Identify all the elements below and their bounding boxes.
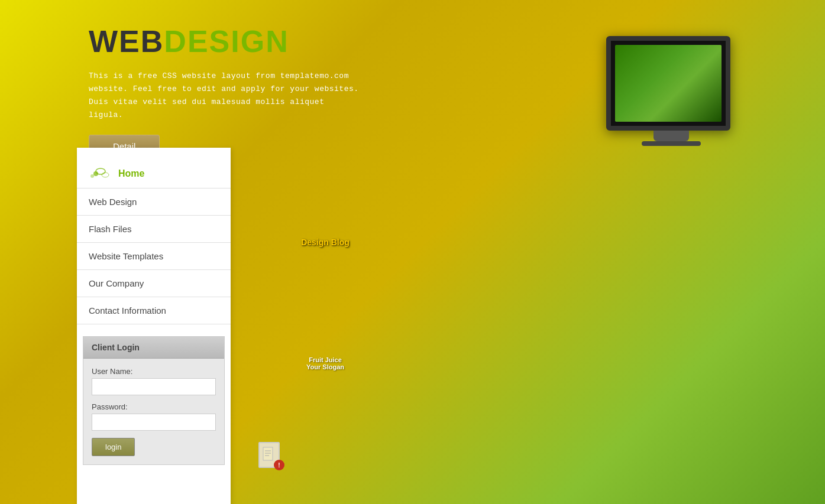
home-floral-icon <box>89 167 112 181</box>
sidebar-item-flashfiles[interactable]: Flash Files <box>77 216 231 243</box>
site-title: WEBDESIGN <box>89 24 583 59</box>
why-us-icon: ! <box>254 440 284 470</box>
nav-flashfiles-label: Flash Files <box>89 224 132 234</box>
client-login-body: User Name: Password: login <box>83 359 224 464</box>
title-part1: WEB <box>89 24 164 58</box>
monitor-stand <box>653 131 689 141</box>
monitor-display <box>606 36 730 131</box>
thumb-fruit-juice: Fruit Juice Your Slogan <box>255 320 395 407</box>
nav-webdesign-label: Web Design <box>89 197 137 207</box>
thumb2-label: Fruit Juice Your Slogan <box>306 356 344 370</box>
password-label: Password: <box>92 402 216 411</box>
alert-badge: ! <box>274 460 284 470</box>
svg-point-17 <box>102 173 109 177</box>
sidebar-item-ourcompany[interactable]: Our Company <box>77 270 231 297</box>
main-wrapper: Home Web Design Flash Files Website Temp… <box>0 154 825 504</box>
home-label: Home <box>118 168 144 179</box>
client-login-header: Client Login <box>83 337 224 359</box>
nav-contactinfo-label: Contact Information <box>89 305 166 316</box>
sidebar-item-webdesign[interactable]: Web Design <box>77 188 231 216</box>
svg-point-16 <box>96 168 105 174</box>
document-icon <box>262 447 276 463</box>
svg-rect-19 <box>263 447 273 460</box>
sidebar-item-contactinfo[interactable]: Contact Information <box>77 297 231 324</box>
monitor-base <box>642 141 701 146</box>
thumb1-label: Design Blog <box>301 238 350 247</box>
article-card-2: Fruit Juice Your Slogan Savitae velit se… <box>254 319 724 422</box>
username-label: User Name: <box>92 367 216 376</box>
title-part2: DESIGN <box>164 24 289 58</box>
header-text-block: WEBDESIGN This is a free CSS website lay… <box>89 24 583 154</box>
header-description: This is a free CSS website layout from t… <box>89 70 361 122</box>
nav-websitetemplates-label: Website Templates <box>89 251 163 261</box>
password-input[interactable] <box>92 414 216 431</box>
username-input[interactable] <box>92 378 216 395</box>
monitor-screen <box>615 45 722 122</box>
header-content: WEBDESIGN This is a free CSS website lay… <box>0 0 825 154</box>
header: WEBDESIGN This is a free CSS website lay… <box>0 0 825 154</box>
sidebar-item-home[interactable]: Home <box>77 160 231 188</box>
svg-point-18 <box>90 174 94 178</box>
nav-ourcompany-label: Our Company <box>89 278 144 288</box>
monitor-graphic <box>606 36 736 146</box>
sidebar-item-websitetemplates[interactable]: Website Templates <box>77 243 231 270</box>
article-thumb-2: Fruit Juice Your Slogan <box>254 319 396 408</box>
main-content: Web Design Company Design Blog Duis vita… <box>231 148 748 504</box>
login-button[interactable]: login <box>92 438 135 456</box>
sidebar: Home Web Design Flash Files Website Temp… <box>77 148 231 504</box>
client-login-panel: Client Login User Name: Password: login <box>83 336 225 465</box>
